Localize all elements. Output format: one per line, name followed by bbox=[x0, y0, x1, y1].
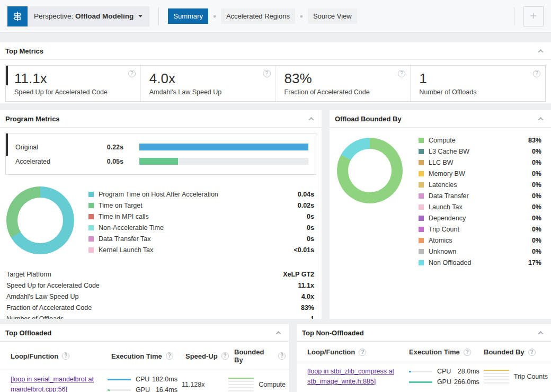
legend-item: Time in MPI calls 0s bbox=[88, 211, 314, 222]
perspective-selector[interactable]: Perspective: Offload Modeling bbox=[7, 6, 149, 26]
help-icon[interactable] bbox=[278, 352, 286, 360]
detail-label: Number of Offloads bbox=[6, 315, 64, 319]
table-row: [loop in stbi_zlib_compress at stb_image… bbox=[297, 361, 551, 392]
collapse-chevron-icon[interactable] bbox=[276, 331, 281, 336]
execution-time-cell: CPU 182.0ms GPU 16.4ms bbox=[108, 374, 182, 392]
help-icon[interactable] bbox=[533, 70, 540, 77]
loop-function-link[interactable]: [loop in serial_mandelbrot at mandelbrot… bbox=[11, 376, 94, 392]
legend-swatch bbox=[88, 214, 94, 219]
collapse-chevron-icon[interactable] bbox=[309, 117, 314, 122]
add-button[interactable] bbox=[523, 6, 544, 26]
column-header: Speed-Up bbox=[185, 348, 234, 364]
program-time-donut-chart bbox=[6, 186, 74, 254]
legend-value: 0s bbox=[307, 235, 314, 243]
legend-swatch bbox=[419, 138, 424, 143]
metric-value: 1 bbox=[419, 70, 538, 87]
time-line-track bbox=[108, 389, 131, 391]
legend-item: Trip Count 0% bbox=[419, 224, 541, 235]
legend-item: Compute 83% bbox=[419, 135, 541, 146]
time-line-fill bbox=[409, 371, 411, 372]
table-header-row: Loop/Function Execution Time Speed-Up Bo… bbox=[0, 342, 289, 369]
bounded-by-cell: Trip Counts bbox=[484, 370, 548, 384]
metric-card: 1 Number of Offloads bbox=[411, 66, 545, 101]
bounded-by-mini-chart bbox=[228, 378, 254, 391]
legend-value: 0s bbox=[307, 224, 314, 231]
program-details-list: Target Platform XeLP GT2 Speed Up for Ac… bbox=[6, 269, 314, 319]
detail-value: XeLP GT2 bbox=[283, 271, 314, 278]
bounded-by-mini-chart bbox=[484, 370, 509, 384]
advisor-perspective-icon bbox=[7, 6, 28, 26]
loop-function-link[interactable]: [loop in stbi_zlib_compress at stb_image… bbox=[307, 368, 394, 385]
detail-row: Number of Offloads 1 bbox=[6, 313, 314, 319]
time-line-track bbox=[409, 371, 432, 372]
legend-item: Data Transfer Tax 0s bbox=[88, 233, 314, 244]
device-label: CPU bbox=[136, 376, 152, 383]
device-time: 266.0ms bbox=[454, 378, 484, 386]
column-header-label: Loop/Function bbox=[307, 348, 355, 356]
bounded-accent-line bbox=[228, 378, 254, 379]
legend-label: L3 Cache BW bbox=[429, 148, 469, 155]
metric-label: Speed Up for Accelerated Code bbox=[14, 88, 133, 96]
detail-row: Target Platform XeLP GT2 bbox=[6, 269, 314, 280]
bounded-by-label: Trip Counts bbox=[514, 373, 548, 380]
help-icon[interactable] bbox=[62, 352, 69, 360]
detail-label: Amdahl's Law Speed Up bbox=[6, 293, 79, 300]
table-row: [loop in serial_mandelbrot at mandelbrot… bbox=[0, 369, 289, 392]
perspective-label: Perspective: Offload Modeling bbox=[34, 12, 134, 20]
metric-card: 4.0x Amdahl's Law Speed Up bbox=[141, 66, 276, 101]
legend-value: <0.01s bbox=[294, 246, 314, 254]
collapse-chevron-icon[interactable] bbox=[538, 49, 544, 55]
legend-label: Trip Count bbox=[429, 226, 459, 233]
section-title-top-non-offloaded: Top Non-Offloaded bbox=[302, 329, 364, 337]
metric-value: 83% bbox=[285, 70, 403, 87]
top-metrics-section: Top Metrics 11.1x Speed Up for Accelerat… bbox=[0, 42, 551, 103]
help-icon[interactable] bbox=[528, 349, 536, 356]
toolbar: Perspective: Offload Modeling Summary Ac… bbox=[0, 0, 551, 33]
legend-label: Latencies bbox=[429, 181, 457, 189]
legend-item: Memory BW 0% bbox=[419, 168, 541, 179]
legend-item: Non-Accelerable Time 0s bbox=[88, 222, 314, 233]
time-line-track bbox=[108, 379, 131, 380]
metric-value: 11.1x bbox=[14, 70, 133, 87]
caret-down-icon bbox=[138, 15, 143, 17]
help-icon[interactable] bbox=[464, 349, 471, 356]
column-header-label: Bounded By bbox=[484, 348, 525, 356]
detail-row: Speed Up for Accelerated Code 11.1x bbox=[6, 280, 314, 291]
legend-swatch bbox=[88, 247, 94, 253]
bounded-by-legend: Compute 83% L3 Cache BW 0% LLC BW 0% bbox=[419, 135, 541, 268]
help-icon[interactable] bbox=[166, 352, 173, 360]
toolbar-divider bbox=[514, 7, 514, 25]
tab-source-view[interactable]: Source View bbox=[308, 8, 357, 24]
legend-value: 0% bbox=[532, 237, 541, 244]
table-header-row: Loop/Function Execution Time Bounded By bbox=[297, 342, 551, 361]
metric-cards: 11.1x Speed Up for Accelerated Code 4.0x… bbox=[5, 65, 546, 102]
collapse-chevron-icon[interactable] bbox=[538, 117, 544, 122]
help-icon[interactable] bbox=[263, 70, 271, 77]
time-bar-label: Original bbox=[15, 144, 95, 151]
legend-label: Data Transfer bbox=[429, 192, 469, 200]
legend-label: LLC BW bbox=[429, 159, 454, 166]
time-bar-row: Original 0.22s bbox=[15, 141, 308, 153]
execution-time-line: CPU 182.0ms bbox=[108, 374, 182, 385]
metric-label: Fraction of Accelerated Code bbox=[285, 88, 403, 96]
legend-label: Compute bbox=[429, 137, 456, 144]
legend-value: 17% bbox=[528, 259, 541, 266]
help-icon[interactable] bbox=[128, 70, 136, 77]
execution-time-line: CPU 28.0ms bbox=[409, 366, 484, 377]
legend-item: Time on Target 0.02s bbox=[88, 200, 314, 211]
legend-value: 0% bbox=[532, 181, 541, 189]
section-title-top-offloaded: Top Offloaded bbox=[5, 329, 51, 337]
legend-value: 0% bbox=[532, 159, 541, 166]
detail-value: 4.0x bbox=[301, 293, 314, 300]
legend-swatch bbox=[419, 204, 424, 210]
execution-time-cell: CPU 28.0ms GPU 266.0ms bbox=[409, 366, 484, 387]
help-icon[interactable] bbox=[359, 349, 366, 356]
view-tabs: Summary Accelerated Regions Source View bbox=[168, 8, 357, 24]
collapse-chevron-icon[interactable] bbox=[538, 331, 544, 336]
tab-accelerated-regions[interactable]: Accelerated Regions bbox=[221, 8, 295, 24]
bounded-line bbox=[228, 390, 254, 391]
metric-label: Amdahl's Law Speed Up bbox=[149, 88, 268, 96]
tab-summary[interactable]: Summary bbox=[168, 8, 208, 24]
help-icon[interactable] bbox=[398, 70, 405, 77]
help-icon[interactable] bbox=[221, 352, 229, 360]
